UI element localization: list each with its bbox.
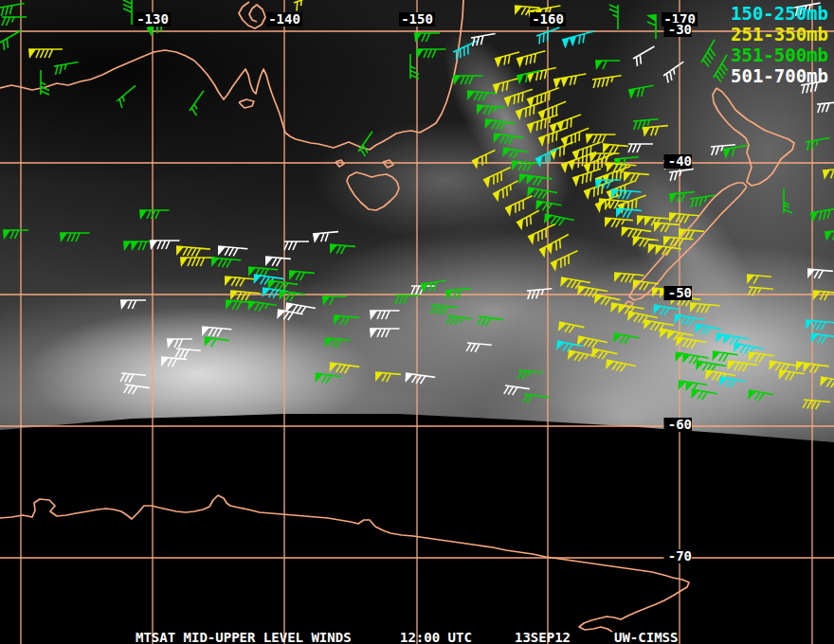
wind-barb (288, 271, 315, 282)
latitude-label: -50 (668, 285, 692, 300)
wind-barb (810, 208, 834, 223)
wind-barb (605, 360, 636, 375)
wind-barb (160, 357, 187, 368)
coastline-tas-island-east (383, 160, 393, 168)
wind-barb (247, 301, 277, 314)
wind-barb (553, 74, 588, 89)
wind-barb (224, 277, 254, 289)
wind-barb (204, 337, 229, 350)
wind-barb (217, 246, 247, 259)
longitude-label: -130 (136, 11, 169, 27)
coastline-tasmania (347, 172, 399, 210)
wind-barb (471, 33, 497, 45)
wind-barb (690, 389, 716, 403)
wind-barb (623, 172, 649, 184)
wind-barb (370, 311, 400, 320)
satellite-wind-product: -130-140-150-160-170-30-40-50-60-70 150-… (0, 0, 834, 644)
wind-barb (414, 33, 440, 43)
wind-barb (150, 241, 180, 250)
wind-barb (701, 40, 722, 67)
wind-barb (595, 61, 620, 70)
wind-barb (493, 79, 520, 95)
wind-barb (0, 3, 26, 15)
wind-barb (117, 85, 141, 108)
wind-barb (746, 275, 771, 286)
wind-barb (210, 258, 241, 270)
wind-barb (0, 30, 26, 50)
wind-barb (562, 31, 596, 49)
wind-barb (689, 303, 719, 315)
wind-barb (453, 76, 483, 85)
wind-barb (2, 17, 27, 26)
wind-barb (374, 372, 401, 384)
wind-barb (669, 192, 696, 204)
wind-barb (517, 370, 543, 381)
wind-barb (190, 91, 210, 116)
wind-barb (28, 49, 63, 59)
wind-barb (806, 137, 831, 150)
wind-barb (527, 67, 558, 82)
caption-time: 12:00 UTC (400, 630, 472, 644)
wind-barb (120, 373, 146, 384)
latitude-label: -70 (668, 548, 692, 564)
wind-barb (536, 27, 563, 44)
wind-barb (421, 280, 447, 294)
map-overlay: -130-140-150-160-170-30-40-50-60-70 (0, 0, 834, 644)
wind-barb (329, 363, 360, 376)
wind-barb (526, 188, 557, 202)
wind-barb (747, 390, 773, 404)
longitude-label: -160 (532, 11, 564, 27)
coastline-kangaroo-island (239, 99, 254, 108)
wind-barb (748, 287, 773, 297)
wind-barb (466, 91, 497, 103)
wind-barb (466, 343, 492, 353)
wind-barb (395, 295, 420, 304)
wind-barb (612, 333, 639, 348)
wind-barb (527, 289, 553, 299)
wind-barb (501, 148, 528, 162)
wind-barb (628, 144, 653, 152)
wind-barb (523, 394, 549, 406)
wind-barb (576, 336, 607, 351)
latitude-label: -30 (668, 22, 692, 37)
wind-barb (535, 149, 563, 168)
wind-barb (668, 213, 698, 225)
wind-barb (324, 338, 351, 349)
wind-barb (472, 151, 499, 170)
caption-title: MTSAT MID-UPPER LEVEL WINDS (136, 630, 352, 644)
wind-barb (518, 174, 553, 188)
wind-barb (284, 303, 316, 317)
wind-barb (517, 51, 548, 68)
wind-barb (279, 291, 305, 304)
wind-barb (3, 230, 28, 240)
wind-barb (551, 251, 582, 272)
wind-barb (329, 244, 355, 256)
wind-barb (784, 188, 792, 213)
wind-barb (358, 132, 379, 156)
caption-credit: UW-CIMSS (614, 630, 678, 644)
wind-barb (609, 5, 618, 29)
wind-barb (60, 233, 90, 242)
coastline-australia (0, 0, 463, 150)
wind-barb (430, 305, 458, 315)
wind-barb (446, 315, 472, 328)
wind-barb (576, 286, 607, 300)
wind-barb (493, 134, 524, 147)
wind-barb (636, 216, 670, 228)
wind-barb (493, 181, 522, 203)
wind-barb (333, 315, 359, 327)
wind-barb (370, 329, 400, 338)
wind-barb (628, 85, 655, 99)
longitude-label: -140 (268, 11, 300, 27)
legend-item-150-250: 150-250mb (731, 3, 828, 24)
wind-barb (120, 300, 146, 310)
wind-barb (276, 310, 302, 324)
wind-barb (825, 230, 834, 242)
wind-barb (484, 119, 516, 133)
wind-barb (180, 258, 214, 267)
wind-barb (817, 102, 834, 113)
coastline-lake-eyre (239, 2, 265, 28)
wind-barb (669, 169, 695, 181)
wind-barb (478, 316, 503, 329)
wind-barb (633, 46, 659, 66)
